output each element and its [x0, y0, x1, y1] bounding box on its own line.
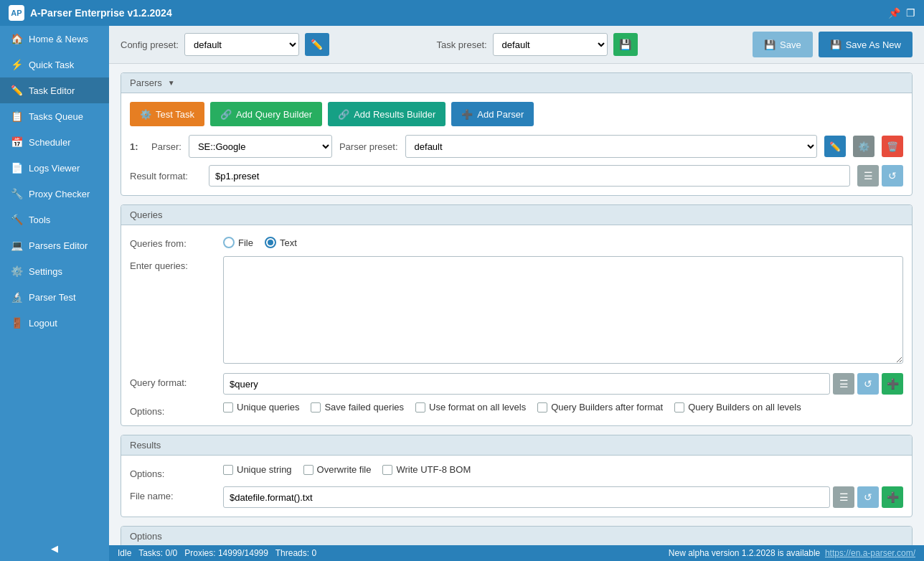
- save-failed-checkbox[interactable]: [311, 402, 321, 412]
- queries-from-text[interactable]: Text: [265, 237, 297, 248]
- results-form: Options: Unique string Overwrite file: [130, 464, 903, 508]
- query-format-reset-button[interactable]: ↺: [857, 373, 879, 395]
- qb-all-checkbox[interactable]: [674, 402, 684, 412]
- file-name-input[interactable]: [223, 486, 830, 508]
- use-format-option[interactable]: Use format on all levels: [415, 402, 526, 412]
- parser-delete-button[interactable]: 🗑️: [882, 136, 903, 157]
- sidebar-item-quick-task[interactable]: ⚡ Quick Task: [0, 52, 109, 77]
- queries-title: Queries: [130, 209, 163, 220]
- pin-button[interactable]: 📌: [888, 7, 900, 19]
- unique-string-option[interactable]: Unique string: [223, 464, 292, 475]
- qb-after-checkbox[interactable]: [537, 402, 547, 412]
- add-query-builder-button[interactable]: 🔗 Add Query Builder: [210, 102, 322, 126]
- sidebar-item-parser-test[interactable]: 🔬 Parser Test: [0, 284, 109, 310]
- add-results-builder-button[interactable]: 🔗 Add Results Builder: [328, 102, 446, 126]
- save-button[interactable]: 💾 Save: [753, 32, 813, 57]
- queries-from-label: Queries from:: [130, 234, 216, 249]
- sidebar-label-settings: Settings: [29, 266, 62, 277]
- sidebar-item-task-editor[interactable]: ✏️ Task Editor: [0, 77, 109, 103]
- sidebar-item-logs-viewer[interactable]: 📄 Logs Viewer: [0, 155, 109, 181]
- queries-options-row: Options: Unique queries Save failed quer…: [130, 402, 903, 417]
- results-section-header: Results: [121, 435, 912, 456]
- config-preset-edit-button[interactable]: ✏️: [305, 33, 329, 56]
- queries-section: Queries Queries from: File: [121, 204, 913, 426]
- save-failed-option[interactable]: Save failed queries: [311, 402, 404, 412]
- unique-queries-checkbox[interactable]: [223, 402, 233, 412]
- main-content: Config preset: default ✏️ Task preset: d…: [109, 26, 924, 561]
- scheduler-icon: 📅: [10, 136, 23, 148]
- add-parser-button[interactable]: ➕ Add Parser: [451, 102, 534, 126]
- task-preset-select[interactable]: default: [493, 33, 608, 56]
- parser-label: Parser:: [151, 141, 182, 152]
- parsers-toolbar: ⚙️ Test Task 🔗 Add Query Builder 🔗 Add R…: [130, 102, 903, 126]
- sidebar-item-tools[interactable]: 🔨 Tools: [0, 207, 109, 232]
- results-section: Results Options: Unique string: [121, 435, 913, 517]
- text-radio[interactable]: [265, 237, 276, 248]
- sidebar-item-home[interactable]: 🏠 Home & News: [0, 26, 109, 52]
- sidebar-item-settings[interactable]: ⚙️ Settings: [0, 258, 109, 284]
- title-bar-controls[interactable]: 📌 ❐: [888, 7, 915, 19]
- sidebar-item-proxy-checker[interactable]: 🔧 Proxy Checker: [0, 181, 109, 207]
- use-format-checkbox[interactable]: [415, 402, 425, 412]
- test-task-button[interactable]: ⚙️ Test Task: [130, 102, 204, 126]
- results-options-content: Unique string Overwrite file Write UTF-8…: [223, 464, 903, 475]
- qb-after-option[interactable]: Query Builders after format: [537, 402, 663, 412]
- result-format-row: Result format: ☰ ↺: [130, 165, 903, 187]
- save-as-icon: 💾: [830, 39, 842, 50]
- add-rb-icon: 🔗: [338, 109, 349, 120]
- file-radio[interactable]: [223, 237, 235, 248]
- utf8-bom-option[interactable]: Write UTF-8 BOM: [382, 464, 471, 475]
- status-left: Idle Tasks: 0/0 Proxies: 14999/14999 Thr…: [118, 548, 316, 558]
- update-link[interactable]: https://en.a-parser.com/: [825, 548, 915, 558]
- qb-all-option[interactable]: Query Builders on all levels: [674, 402, 801, 412]
- task-editor-icon: ✏️: [10, 85, 23, 96]
- sidebar-item-logout[interactable]: 🚪 Logout: [0, 310, 109, 336]
- unique-string-checkbox[interactable]: [223, 465, 233, 475]
- parser-num: 1:: [130, 141, 144, 152]
- query-format-label: Query format:: [130, 373, 216, 388]
- add-parser-icon: ➕: [461, 109, 473, 120]
- status-bar: Idle Tasks: 0/0 Proxies: 14999/14999 Thr…: [109, 545, 924, 561]
- add-rb-label: Add Results Builder: [354, 109, 435, 120]
- result-format-input[interactable]: [209, 165, 850, 187]
- save-failed-label: Save failed queries: [324, 402, 404, 412]
- sidebar-item-parsers-editor[interactable]: 💻 Parsers Editor: [0, 232, 109, 258]
- app-logo: AP: [9, 5, 24, 21]
- proxy-icon: 🔧: [10, 188, 23, 199]
- result-format-menu-button[interactable]: ☰: [857, 165, 879, 187]
- overwrite-file-checkbox[interactable]: [303, 465, 314, 475]
- quick-task-icon: ⚡: [10, 59, 23, 70]
- parsers-section-body: ⚙️ Test Task 🔗 Add Query Builder 🔗 Add R…: [121, 93, 912, 195]
- sidebar-label-logout: Logout: [29, 318, 57, 329]
- maximize-button[interactable]: ❐: [906, 7, 915, 19]
- sidebar-label-parsers-editor: Parsers Editor: [29, 240, 88, 251]
- overwrite-file-option[interactable]: Overwrite file: [303, 464, 372, 475]
- sidebar-toggle[interactable]: ◀: [0, 536, 109, 561]
- query-format-input[interactable]: [223, 373, 830, 395]
- file-name-menu-button[interactable]: ☰: [833, 486, 854, 508]
- file-name-label: File name:: [130, 486, 216, 501]
- parser-edit-button[interactable]: ✏️: [824, 136, 846, 157]
- queries-from-file[interactable]: File: [223, 237, 253, 248]
- sidebar-label-home: Home & News: [29, 34, 88, 44]
- results-section-body: Options: Unique string Overwrite file: [121, 456, 912, 517]
- unique-string-label: Unique string: [237, 464, 292, 475]
- parser-select[interactable]: SE::Google: [189, 135, 332, 158]
- query-format-add-button[interactable]: ➕: [882, 373, 903, 395]
- sidebar-item-tasks-queue[interactable]: 📋 Tasks Queue: [0, 103, 109, 129]
- save-as-button[interactable]: 💾 Save As New: [819, 32, 913, 57]
- sidebar-label-task-editor: Task Editor: [29, 85, 75, 96]
- sidebar-label-parser-test: Parser Test: [29, 292, 76, 303]
- enter-queries-textarea[interactable]: [223, 256, 903, 364]
- sidebar-item-scheduler[interactable]: 📅 Scheduler: [0, 129, 109, 155]
- config-preset-select[interactable]: default: [184, 33, 299, 56]
- task-preset-download-button[interactable]: 💾: [613, 33, 638, 56]
- utf8-bom-checkbox[interactable]: [382, 465, 392, 475]
- parser-settings-button[interactable]: ⚙️: [853, 136, 874, 157]
- file-name-add-button[interactable]: ➕: [882, 486, 903, 508]
- unique-queries-option[interactable]: Unique queries: [223, 402, 299, 412]
- query-format-menu-button[interactable]: ☰: [833, 373, 854, 395]
- file-name-reset-button[interactable]: ↺: [857, 486, 879, 508]
- parser-preset-select[interactable]: default: [405, 135, 817, 158]
- result-format-reset-button[interactable]: ↺: [882, 165, 903, 187]
